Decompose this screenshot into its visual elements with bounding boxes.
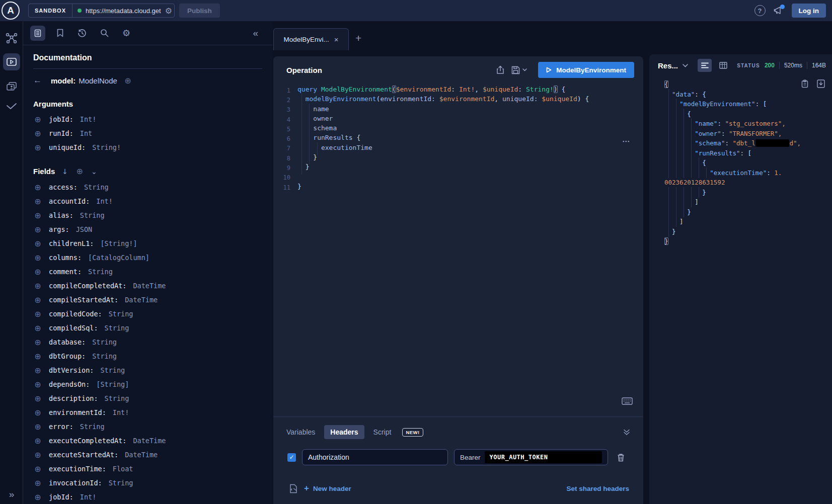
download-response-icon[interactable] — [817, 79, 825, 88]
add-field-icon[interactable]: ⊕ — [33, 338, 42, 347]
field-name[interactable]: access: — [49, 183, 78, 191]
field-type[interactable]: Int — [80, 129, 92, 137]
save-operation-icon[interactable] — [511, 66, 527, 74]
field-name[interactable]: dbtGroup: — [49, 352, 86, 360]
field-type[interactable]: String — [109, 310, 133, 318]
field-type[interactable]: [String] — [96, 380, 129, 388]
add-field-icon[interactable]: ⊕ — [33, 281, 42, 291]
add-field-icon[interactable]: ⊕ — [33, 323, 42, 333]
header-enabled-checkbox[interactable]: ✓ — [287, 453, 296, 462]
field-type[interactable]: DateTime — [133, 437, 166, 445]
delete-header-icon[interactable] — [617, 453, 625, 462]
field-type[interactable]: Float — [113, 465, 133, 473]
tab-variables[interactable]: Variables — [280, 425, 321, 439]
add-field-icon[interactable]: ⊕ — [33, 129, 42, 138]
field-type[interactable]: String! — [92, 143, 121, 151]
graphql-editor[interactable]: 1query ModelByEnvironment($environmentId… — [273, 86, 643, 192]
add-field-icon[interactable]: ⊕ — [33, 422, 42, 432]
field-type[interactable]: String — [92, 338, 117, 346]
field-name[interactable]: executeStartedAt: — [49, 451, 118, 459]
add-field-icon[interactable]: ⊕ — [33, 352, 42, 361]
preflight-script-icon[interactable] — [289, 484, 297, 493]
add-all-fields-icon[interactable]: ⊕ — [123, 76, 132, 86]
run-operation-button[interactable]: ModelByEnvironment — [538, 62, 634, 78]
field-type[interactable]: [String!] — [100, 239, 137, 247]
field-name[interactable]: args: — [49, 225, 69, 233]
collapse-panel-icon[interactable]: « — [253, 28, 258, 39]
field-type[interactable]: String — [80, 211, 105, 219]
settings-gear-icon[interactable]: ⚙ — [119, 26, 134, 41]
auth-token-value[interactable]: YOUR_AUTH_TOKEN — [485, 451, 602, 463]
field-type[interactable]: String — [88, 268, 113, 276]
field-name[interactable]: compileCompletedAt: — [49, 282, 126, 290]
field-name[interactable]: accountId: — [49, 197, 90, 205]
field-name[interactable]: runId: — [49, 129, 73, 137]
type-name-link[interactable]: ModelNode — [79, 76, 117, 85]
field-type[interactable]: Int! — [80, 115, 97, 123]
add-field-icon[interactable]: ⊕ — [33, 436, 42, 446]
help-icon[interactable]: ? — [754, 5, 766, 16]
header-key-input[interactable]: Authorization — [302, 449, 448, 465]
field-name[interactable]: columns: — [49, 254, 82, 262]
field-type[interactable]: JSON — [76, 225, 93, 233]
field-name[interactable]: uniqueId: — [49, 143, 86, 151]
field-type[interactable]: Int! — [113, 408, 129, 416]
collapse-section-icon[interactable] — [623, 429, 630, 436]
set-shared-headers-link[interactable]: Set shared headers — [566, 485, 629, 492]
announcements-button[interactable] — [774, 6, 784, 15]
back-arrow-icon[interactable]: ← — [33, 75, 42, 86]
field-type[interactable]: String — [109, 479, 133, 487]
add-field-icon[interactable]: ⊕ — [33, 450, 42, 460]
add-field-icon[interactable]: ⊕ — [33, 464, 42, 474]
login-button[interactable]: Log in — [792, 4, 826, 18]
field-name[interactable]: jobId: — [49, 493, 73, 501]
endpoint-url-field[interactable]: https://metadata.cloud.get ⚙ — [72, 6, 174, 15]
add-field-icon[interactable]: ⊕ — [33, 225, 42, 234]
publish-button[interactable]: Publish — [179, 4, 220, 18]
raw-view-toggle-icon[interactable] — [698, 59, 712, 72]
expand-rail-icon[interactable]: » — [0, 489, 23, 500]
add-field-icon[interactable]: ⊕ — [33, 309, 42, 319]
field-type[interactable]: String — [92, 352, 117, 360]
save-chevron-down-icon[interactable] — [522, 68, 527, 71]
tab-headers[interactable]: Headers — [324, 425, 364, 439]
field-name[interactable]: childrenL1: — [49, 239, 94, 247]
add-field-icon[interactable]: ⊕ — [33, 408, 42, 417]
field-type[interactable]: Int! — [96, 197, 113, 205]
field-name[interactable]: compileStartedAt: — [49, 296, 118, 304]
add-field-icon[interactable]: ⊕ — [33, 394, 42, 403]
field-type[interactable]: String — [84, 183, 109, 191]
add-field-icon[interactable]: ⊕ — [33, 478, 42, 488]
add-field-icon[interactable]: ⊕ — [33, 183, 42, 192]
field-name[interactable]: executeCompletedAt: — [49, 437, 126, 445]
add-fields-icon[interactable]: ⊕ — [75, 166, 84, 176]
add-field-icon[interactable]: ⊕ — [33, 211, 42, 220]
field-name[interactable]: dependsOn: — [49, 380, 90, 388]
field-type[interactable]: [CatalogColumn] — [88, 254, 149, 262]
add-field-icon[interactable]: ⊕ — [33, 239, 42, 248]
documentation-tab-icon[interactable] — [30, 26, 45, 41]
copy-response-icon[interactable] — [801, 79, 808, 88]
add-field-icon[interactable]: ⊕ — [33, 115, 42, 124]
add-field-icon[interactable]: ⊕ — [33, 253, 42, 263]
field-type[interactable]: String — [105, 324, 129, 332]
field-name[interactable]: compiledCode: — [49, 310, 102, 318]
sort-fields-icon[interactable]: ↓ — [62, 167, 68, 176]
add-field-icon[interactable]: ⊕ — [33, 143, 42, 152]
add-field-icon[interactable]: ⊕ — [33, 492, 42, 502]
editor-more-icon[interactable]: ⋯ — [622, 137, 631, 146]
field-name[interactable]: environmentId: — [49, 408, 106, 416]
field-name[interactable]: alias: — [49, 211, 73, 219]
operation-tab[interactable]: ModelByEnvi... × — [273, 28, 349, 50]
share-operation-icon[interactable] — [496, 65, 504, 74]
fields-chevron-down-icon[interactable]: ⌄ — [91, 167, 97, 176]
field-name[interactable]: executionTime: — [49, 465, 106, 473]
field-name[interactable]: dbtVersion: — [49, 366, 94, 374]
field-type[interactable]: DateTime — [133, 282, 166, 290]
field-type[interactable]: String — [100, 366, 125, 374]
new-tab-icon[interactable]: + — [355, 32, 361, 44]
field-type[interactable]: String — [105, 394, 129, 402]
field-name[interactable]: database: — [49, 338, 86, 346]
search-icon[interactable] — [97, 26, 112, 41]
field-type[interactable]: DateTime — [125, 451, 158, 459]
